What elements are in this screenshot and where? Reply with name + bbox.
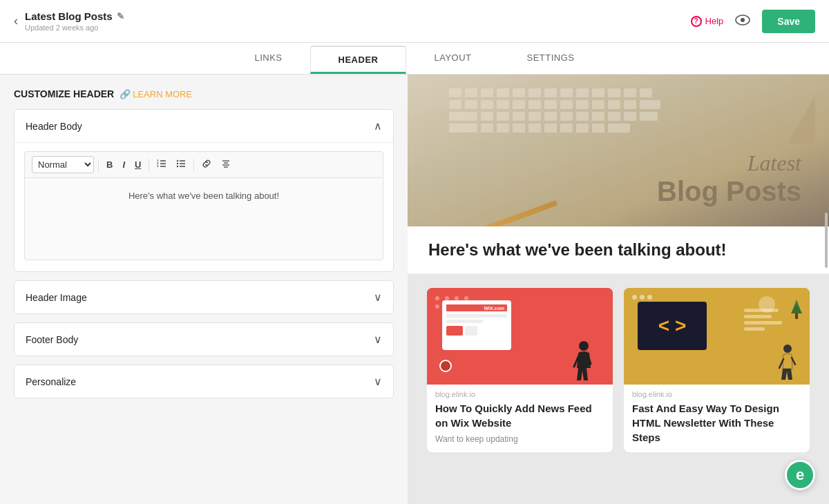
accordion-header-image: Header Image ∨ — [14, 280, 394, 314]
question-icon: ? — [691, 16, 702, 27]
cards-row: WiX.com — [408, 274, 829, 452]
eye-icon — [734, 14, 751, 26]
header-title: Latest Blog Posts — [657, 151, 801, 207]
preview-header-image: Latest Blog Posts — [408, 75, 829, 226]
page-subtitle: Updated 2 weeks ago — [25, 23, 124, 32]
align-button[interactable] — [218, 157, 234, 173]
accordion-footer-body-label: Footer Body — [26, 334, 78, 345]
accordion-footer-body-toggle[interactable]: Footer Body ∨ — [15, 323, 393, 356]
page-title-text: Latest Blog Posts — [25, 10, 113, 22]
header-body-text: Here's what we've been talking about! — [128, 191, 279, 201]
left-panel: CUSTOMIZE HEADER 🔗 Learn More Header Bod… — [0, 75, 408, 504]
toolbar-divider-3 — [193, 159, 194, 171]
unordered-list-button[interactable] — [173, 157, 189, 173]
svg-point-19 — [783, 345, 792, 353]
chevron-down-icon-2: ∨ — [374, 333, 382, 346]
svg-marker-22 — [791, 304, 802, 313]
svg-text:3.: 3. — [157, 164, 159, 168]
nav-tabs: LINKS HEADER LAYOUT SETTINGS — [0, 43, 829, 75]
tab-settings[interactable]: SETTINGS — [499, 43, 602, 74]
accordion-header-body: Header Body ∧ Normal Heading 1 Heading 2… — [14, 109, 394, 272]
header-title-bold: Blog Posts — [657, 176, 801, 207]
top-bar-right: ? Help Save — [691, 10, 815, 33]
page-info: Latest Blog Posts ✎ Updated 2 weeks ago — [25, 10, 124, 32]
preview-button[interactable] — [734, 13, 751, 29]
italic-button[interactable]: I — [119, 157, 128, 172]
card-1-source: blog.elink.io — [427, 385, 613, 401]
main-content: CUSTOMIZE HEADER 🔗 Learn More Header Bod… — [0, 75, 829, 504]
tab-links[interactable]: LINKS — [227, 43, 309, 74]
learn-more-link[interactable]: 🔗 Learn More — [120, 89, 192, 99]
svg-point-12 — [177, 163, 178, 164]
red-dot — [439, 360, 452, 372]
ordered-list-button[interactable]: 1.2.3. — [153, 157, 170, 173]
panel-title: CUSTOMIZE HEADER 🔗 Learn More — [14, 88, 394, 99]
sun-decoration — [759, 296, 775, 313]
code-illustration: < > — [624, 288, 810, 385]
svg-point-18 — [579, 341, 589, 351]
help-label: Help — [705, 16, 724, 26]
edit-icon[interactable]: ✎ — [117, 11, 124, 21]
right-panel: Latest Blog Posts Here's what we've been… — [408, 75, 829, 504]
card-2: < > — [624, 288, 810, 452]
card-1-desc: Want to keep updating — [427, 434, 613, 452]
pencil-decoration — [478, 200, 558, 226]
walking-person — [778, 344, 797, 385]
back-button[interactable]: ‹ — [14, 14, 18, 28]
bold-button[interactable]: B — [103, 157, 116, 172]
keyboard-grid — [449, 88, 654, 133]
learn-more-label: Learn More — [133, 89, 192, 99]
page-title: Latest Blog Posts ✎ — [25, 10, 124, 22]
svg-point-11 — [177, 160, 178, 162]
accordion-personalize-toggle[interactable]: Personalize ∨ — [15, 365, 393, 398]
code-screen: < > — [638, 302, 707, 350]
chevron-down-icon-3: ∨ — [374, 375, 382, 388]
card-2-source: blog.elink.io — [624, 385, 810, 401]
top-bar-left: ‹ Latest Blog Posts ✎ Updated 2 weeks ag… — [14, 10, 124, 32]
learn-more-icon: 🔗 — [120, 89, 131, 99]
accordion-personalize: Personalize ∨ — [14, 365, 394, 398]
accordion-header-body-toggle[interactable]: Header Body ∧ — [15, 110, 393, 142]
window-dots — [632, 295, 652, 300]
text-toolbar: Normal Heading 1 Heading 2 Heading 3 B I… — [24, 151, 383, 177]
toolbar-divider-2 — [149, 159, 149, 171]
svg-point-1 — [741, 18, 745, 22]
link-button[interactable] — [198, 157, 215, 173]
chevron-down-icon-1: ∨ — [374, 291, 382, 304]
underline-button[interactable]: U — [131, 157, 144, 172]
accordion-personalize-label: Personalize — [26, 376, 76, 387]
wix-illustration: WiX.com — [427, 288, 613, 385]
chevron-up-icon: ∧ — [374, 119, 382, 133]
preview-subtitle: Here's what we've been talking about! — [408, 226, 829, 274]
tree-decoration — [790, 298, 803, 322]
card-1-title: How To Quickly Add News Feed on Wix Webs… — [427, 401, 613, 434]
header-title-italic: Latest — [657, 151, 801, 176]
card-1: WiX.com — [427, 288, 613, 452]
help-button[interactable]: ? Help — [691, 16, 724, 27]
top-bar: ‹ Latest Blog Posts ✎ Updated 2 weeks ag… — [0, 0, 829, 43]
toolbar-divider-1 — [98, 159, 99, 171]
scroll-indicator — [825, 213, 828, 268]
triangle-decoration — [788, 95, 815, 144]
card-1-image: WiX.com — [427, 288, 613, 385]
accordion-footer-body: Footer Body ∨ — [14, 322, 394, 356]
accordion-header-image-toggle[interactable]: Header Image ∨ — [15, 281, 393, 313]
tab-layout[interactable]: LAYOUT — [406, 43, 499, 74]
header-body-editor[interactable]: Here's what we've been talking about! — [24, 177, 383, 260]
elink-logo: e — [785, 460, 815, 490]
save-button[interactable]: Save — [762, 10, 815, 33]
tab-header[interactable]: HEADER — [310, 46, 407, 74]
accordion-header-body-content: Normal Heading 1 Heading 2 Heading 3 B I… — [15, 142, 393, 271]
svg-point-13 — [177, 166, 178, 167]
monitor: WiX.com — [442, 300, 511, 350]
accordion-header-image-label: Header Image — [26, 292, 87, 303]
accordion-header-body-label: Header Body — [26, 121, 82, 132]
card-2-image: < > — [624, 288, 810, 385]
card-2-title: Fast And Easy Way To Design HTML Newslet… — [624, 401, 810, 449]
panel-title-text: CUSTOMIZE HEADER — [14, 88, 114, 99]
person-silhouette — [571, 340, 593, 385]
style-select[interactable]: Normal Heading 1 Heading 2 Heading 3 — [32, 156, 94, 173]
